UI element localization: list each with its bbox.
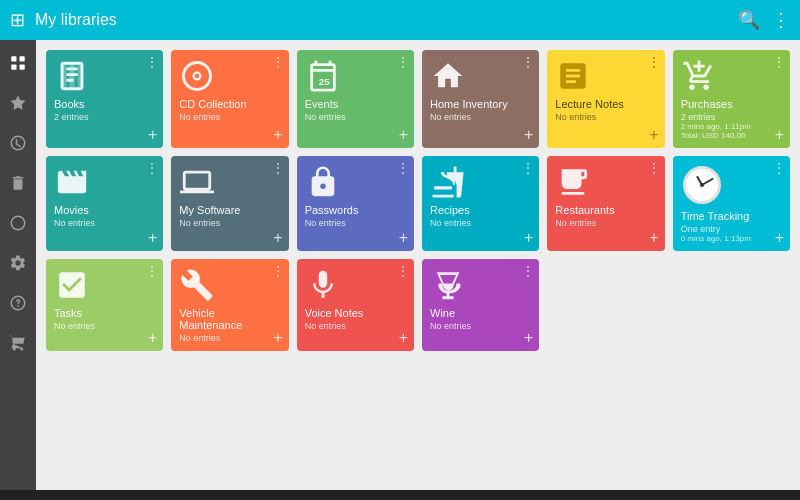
- passwords-subtitle: No entries: [305, 218, 406, 228]
- card-timetrack-menu[interactable]: ⋮: [772, 160, 786, 176]
- passwords-add[interactable]: +: [399, 229, 408, 247]
- topbar: ⊞ My libraries 🔍 ⋮: [0, 0, 800, 40]
- card-inventory-menu[interactable]: ⋮: [521, 54, 535, 70]
- voice-add[interactable]: +: [399, 329, 408, 347]
- card-events[interactable]: ⋮ 25 Events No entries +: [297, 50, 414, 148]
- card-my-software[interactable]: ⋮ My Software No entries +: [171, 156, 288, 251]
- home-icon: [430, 58, 466, 94]
- purchases-add[interactable]: +: [775, 126, 784, 144]
- lecture-title: Lecture Notes: [555, 98, 656, 110]
- bottombar-nav: ◁ ○ □: [15, 496, 86, 501]
- card-cd-collection[interactable]: ⋮ CD Collection No entries +: [171, 50, 288, 148]
- sidebar-help-icon[interactable]: [3, 288, 33, 318]
- vehicle-title: Vehicle Maintenance: [179, 307, 280, 331]
- movies-add[interactable]: +: [148, 229, 157, 247]
- timetrack-add[interactable]: +: [775, 229, 784, 247]
- sidebar-settings-icon[interactable]: [3, 248, 33, 278]
- apps-icon[interactable]: ⊞: [10, 9, 25, 31]
- lecture-add[interactable]: +: [649, 126, 658, 144]
- events-title: Events: [305, 98, 406, 110]
- card-voice-menu[interactable]: ⋮: [396, 263, 410, 279]
- svg-text:25: 25: [318, 76, 330, 87]
- cd-title: CD Collection: [179, 98, 280, 110]
- card-restaurants-menu[interactable]: ⋮: [647, 160, 661, 176]
- card-vehicle-menu[interactable]: ⋮: [271, 263, 285, 279]
- vehicle-subtitle: No entries: [179, 333, 280, 343]
- software-title: My Software: [179, 204, 280, 216]
- tasks-subtitle: No entries: [54, 321, 155, 331]
- card-lecture-notes[interactable]: ⋮ Lecture Notes No entries +: [547, 50, 664, 148]
- card-recipes-menu[interactable]: ⋮: [521, 160, 535, 176]
- card-wine[interactable]: ⋮ Wine No entries +: [422, 259, 539, 351]
- cd-add[interactable]: +: [273, 126, 282, 144]
- sidebar-home-icon[interactable]: [3, 48, 33, 78]
- card-passwords-menu[interactable]: ⋮: [396, 160, 410, 176]
- card-movies-menu[interactable]: ⋮: [145, 160, 159, 176]
- svg-point-4: [11, 216, 25, 230]
- card-purchases[interactable]: ⋮ Purchases 2 entries 2 mins ago, 1:11pm…: [673, 50, 790, 148]
- card-voice-notes[interactable]: ⋮ Voice Notes No entries +: [297, 259, 414, 351]
- card-events-menu[interactable]: ⋮: [396, 54, 410, 70]
- wine-add[interactable]: +: [524, 329, 533, 347]
- inventory-add[interactable]: +: [524, 126, 533, 144]
- restaurants-title: Restaurants: [555, 204, 656, 216]
- books-add[interactable]: +: [148, 126, 157, 144]
- sidebar-star-icon[interactable]: [3, 88, 33, 118]
- software-subtitle: No entries: [179, 218, 280, 228]
- purchases-extra: 2 mins ago, 1:11pmTotal: USD 140.00: [681, 122, 782, 140]
- card-wine-menu[interactable]: ⋮: [521, 263, 535, 279]
- bottombar: ◁ ○ □ 1:14: [0, 490, 800, 500]
- search-icon[interactable]: 🔍: [738, 9, 760, 31]
- card-time-tracking[interactable]: ⋮ Time Tracking One entry 0 mins ago, 1:…: [673, 156, 790, 251]
- layout: ⋮ Books 2 entries + ⋮: [0, 40, 800, 490]
- vehicle-add[interactable]: +: [273, 329, 282, 347]
- recents-icon[interactable]: □: [77, 496, 87, 501]
- card-movies[interactable]: ⋮ Movies No entries +: [46, 156, 163, 251]
- overflow-menu-icon[interactable]: ⋮: [772, 9, 790, 31]
- card-tasks-menu[interactable]: ⋮: [145, 263, 159, 279]
- sidebar-circle-icon[interactable]: [3, 208, 33, 238]
- timetrack-subtitle: One entry: [681, 224, 782, 234]
- home-icon[interactable]: ○: [47, 496, 57, 501]
- wine-icon: [430, 267, 466, 303]
- card-purchases-menu[interactable]: ⋮: [772, 54, 786, 70]
- card-recipes[interactable]: ⋮ Recipes No entries +: [422, 156, 539, 251]
- tasks-add[interactable]: +: [148, 329, 157, 347]
- card-books-menu[interactable]: ⋮: [145, 54, 159, 70]
- purchases-title: Purchases: [681, 98, 782, 110]
- topbar-left: ⊞ My libraries: [10, 9, 117, 31]
- events-add[interactable]: +: [399, 126, 408, 144]
- card-passwords[interactable]: ⋮ Passwords No entries +: [297, 156, 414, 251]
- cd-subtitle: No entries: [179, 112, 280, 122]
- sidebar-cart-icon[interactable]: [3, 328, 33, 358]
- books-subtitle: 2 entries: [54, 112, 155, 122]
- card-software-menu[interactable]: ⋮: [271, 160, 285, 176]
- wine-subtitle: No entries: [430, 321, 531, 331]
- tasks-title: Tasks: [54, 307, 155, 319]
- sidebar: [0, 40, 36, 490]
- timetrack-title: Time Tracking: [681, 210, 782, 222]
- restaurants-subtitle: No entries: [555, 218, 656, 228]
- recipes-add[interactable]: +: [524, 229, 533, 247]
- books-icon: [54, 58, 90, 94]
- software-add[interactable]: +: [273, 229, 282, 247]
- cd-icon: [179, 58, 215, 94]
- card-restaurants[interactable]: ⋮ Restaurants No entries +: [547, 156, 664, 251]
- passwords-title: Passwords: [305, 204, 406, 216]
- card-vehicle-maintenance[interactable]: ⋮ Vehicle Maintenance No entries +: [171, 259, 288, 351]
- card-cd-menu[interactable]: ⋮: [271, 54, 285, 70]
- inventory-subtitle: No entries: [430, 112, 531, 122]
- restaurants-add[interactable]: +: [649, 229, 658, 247]
- card-books[interactable]: ⋮ Books 2 entries +: [46, 50, 163, 148]
- sidebar-delete-icon[interactable]: [3, 168, 33, 198]
- movies-title: Movies: [54, 204, 155, 216]
- voice-subtitle: No entries: [305, 321, 406, 331]
- back-icon[interactable]: ◁: [15, 496, 27, 501]
- tasks-icon: [54, 267, 90, 303]
- card-lecture-menu[interactable]: ⋮: [647, 54, 661, 70]
- card-home-inventory[interactable]: ⋮ Home Inventory No entries +: [422, 50, 539, 148]
- password-icon: [305, 164, 341, 200]
- sidebar-history-icon[interactable]: [3, 128, 33, 158]
- card-tasks[interactable]: ⋮ Tasks No entries +: [46, 259, 163, 351]
- purchases-icon: [681, 58, 717, 94]
